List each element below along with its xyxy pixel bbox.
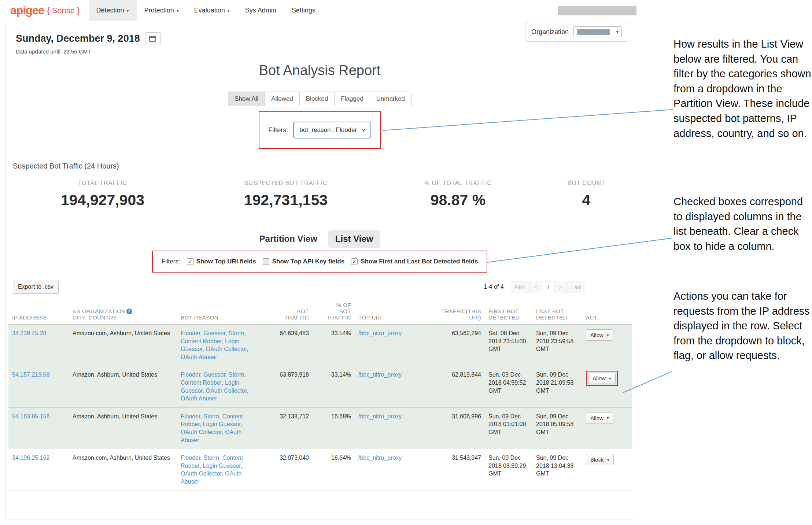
first-bot-detected-cell: Sat, 08 Dec 2018 23:55:00 GMT [488,330,526,352]
top-uri-link[interactable]: /bbc_nitro_proxy [358,371,402,378]
stat-label: BOT COUNT [544,180,628,186]
stat-label: SUSPECTED BOT TRAFFIC [200,180,372,186]
action-label: Allow [593,375,606,381]
bot-reason-links[interactable]: Flooder, Guessor, Storm, Content Robber,… [181,371,248,402]
pagination-next-button[interactable]: > [554,281,567,293]
pct-bot-traffic-cell: 33.14% [331,371,351,378]
chevron-down-icon: ▾ [616,29,619,34]
first-bot-detected-cell: Sun, 09 Dec 2018 04:59:52 GMT [488,371,526,393]
top-uri-link[interactable]: /bbc_nitro_proxy [358,455,402,461]
bot-reason-links[interactable]: Flooder, Storm, Content Robber, Login Gu… [181,413,243,443]
bot-reason-links[interactable]: Flooder, Storm, Content Robber, Login Gu… [181,455,243,485]
bot-results-table: IP ADDRESS AS ORGANIZATION?, CITY, COUNT… [8,299,632,491]
calendar-icon [149,36,156,42]
filter-chip-bot-reason[interactable]: bot_reason : Flooder x [293,122,371,138]
pagination-first-button[interactable]: First [510,281,530,293]
export-csv-button[interactable]: Export to .csv [13,280,59,294]
nav-item-detection[interactable]: Detection ▾ [89,0,137,21]
tab-flagged[interactable]: Flagged [334,92,370,106]
bot-traffic-cell: 63,879,918 [280,371,309,378]
table-toolbar: Export to .csv 1-4 of 4 First < 1 > Last [9,280,630,294]
ip-address-link[interactable]: 34.196.25.162 [12,455,49,461]
pagination-prev-button[interactable]: < [529,281,542,293]
stat-bot-count: BOT COUNT 4 [544,180,628,209]
nav-item-protection[interactable]: Protection ▾ [137,0,187,21]
checkbox-unchecked-icon[interactable] [263,258,269,265]
remove-filter-icon[interactable]: x [362,127,365,133]
checkbox-checked-icon[interactable]: ✓ [187,258,193,265]
chevron-down-icon: ▾ [607,415,609,421]
help-icon[interactable]: ? [126,308,132,314]
table-row: 54.157.219.68 Amazon, Ashburn, United St… [8,366,632,407]
as-organization-cell: Amazon, Ashburn, United States [73,413,157,419]
traffic-this-uri-cell: 63,562,294 [452,330,481,336]
pagination: 1-4 of 4 First < 1 > Last [484,281,586,293]
organization-label: Organization [531,28,569,36]
stat-value: 192,731,153 [200,192,372,209]
action-label: Allow [590,332,604,338]
tab-allowed[interactable]: Allowed [265,92,300,106]
col-header-bot-reason: BOT REASON [177,299,261,325]
annotation-checkbox-note: Checked boxes correspond to displayed co… [673,194,812,254]
action-dropdown[interactable]: Allow ▾ [588,373,616,384]
checkbox-top-api-key-fields[interactable]: Show Top API Key fields [263,258,344,265]
chevron-down-icon: ▾ [609,376,611,381]
top-uri-link[interactable]: /bbc_nitro_proxy [358,330,402,336]
pct-bot-traffic-cell: 16.64% [331,455,351,461]
nav-item-evaluation[interactable]: Evaluation ▾ [187,0,237,21]
redacted-organization-value [577,29,610,35]
col-header-first-bot-detected: FIRST BOT DETECTED [485,299,532,325]
nav-item-label: Evaluation [194,7,225,14]
action-label: Block [590,456,604,463]
annotation-filter-note: How results in the List View below are f… [673,37,812,141]
filters-label: Filters: [268,126,288,134]
pagination-page-1-button[interactable]: 1 [542,281,554,293]
action-dropdown[interactable]: Allow ▾ [586,413,613,424]
last-bot-detected-cell: Sun, 09 Dec 2018 05:09:58 GMT [536,413,573,435]
ip-address-link[interactable]: 34.239.45.28 [12,330,46,336]
action-dropdown[interactable]: Allow ▾ [586,329,613,341]
as-organization-cell: Amazon.com, Ashburn, United States [73,330,170,336]
nav-item-label: Detection [96,7,124,14]
bot-reason-links[interactable]: Flooder, Guessor, Storm, Content Robber,… [181,330,248,360]
checkbox-label: Show Top URI fields [196,258,256,265]
tab-blocked[interactable]: Blocked [299,92,335,106]
calendar-button[interactable] [145,32,160,45]
redacted-account-info [558,6,636,15]
checkbox-first-last-bot-detected-fields[interactable]: ✓ Show First and Last Bot Detected field… [351,258,478,265]
chevron-down-icon: ▾ [607,333,609,338]
ip-address-link[interactable]: 54.163.85.156 [12,413,49,419]
checkbox-top-uri-fields[interactable]: ✓ Show Top URI fields [187,258,256,265]
data-updated-label: Data updated until: 23:55 GMT [16,48,628,55]
checkbox-checked-icon[interactable]: ✓ [351,258,358,265]
tab-partition-view[interactable]: Partition View [259,234,317,244]
pagination-range: 1-4 of 4 [484,284,503,290]
chevron-down-icon: ▾ [177,8,179,13]
organization-dropdown[interactable]: ▾ [573,26,622,37]
col-header-bot-traffic: BOT TRAFFIC [261,299,313,325]
table-row: 34.196.25.162 Amazon.com, Ashburn, Unite… [8,449,632,491]
nav-item-settings[interactable]: Settings [284,0,323,21]
bot-traffic-cell: 64,639,483 [280,330,309,336]
top-uri-link[interactable]: /bbc_nitro_proxy [358,413,402,419]
stat-suspected-bot-traffic: SUSPECTED BOT TRAFFIC 192,731,153 [200,180,372,209]
tab-unmarked[interactable]: Unmarked [370,92,411,106]
col-header-top-uri: TOP URI [355,299,424,325]
stat-label: TOTAL TRAFFIC [5,180,200,186]
stat-pct-total-traffic: % OF TOTAL TRAFFIC 98.87 % [372,180,544,209]
nav-item-label: Sys Admin [245,7,276,14]
screenshot-canvas: apigee { Sense } Detection ▾ Protection … [0,0,812,525]
chevron-down-icon: ▾ [127,8,129,13]
tab-show-all[interactable]: Show All [228,92,265,106]
tab-list-view[interactable]: List View [328,230,380,248]
nav-item-sys-admin[interactable]: Sys Admin [237,0,284,21]
col-header-pct-bot-traffic: % OF BOT TRAFFIC [313,299,355,325]
pagination-last-button[interactable]: Last [566,281,586,293]
stat-label: % OF TOTAL TRAFFIC [372,180,544,186]
action-dropdown[interactable]: Block ▾ [586,454,614,465]
last-bot-detected-cell: Sun, 09 Dec 2018 21:09:58 GMT [536,371,573,393]
chevron-down-icon: ▾ [607,457,609,462]
stat-value: 194,927,903 [5,192,200,209]
ip-address-link[interactable]: 54.157.219.68 [12,371,49,378]
checkbox-label: Show Top API Key fields [272,258,344,265]
